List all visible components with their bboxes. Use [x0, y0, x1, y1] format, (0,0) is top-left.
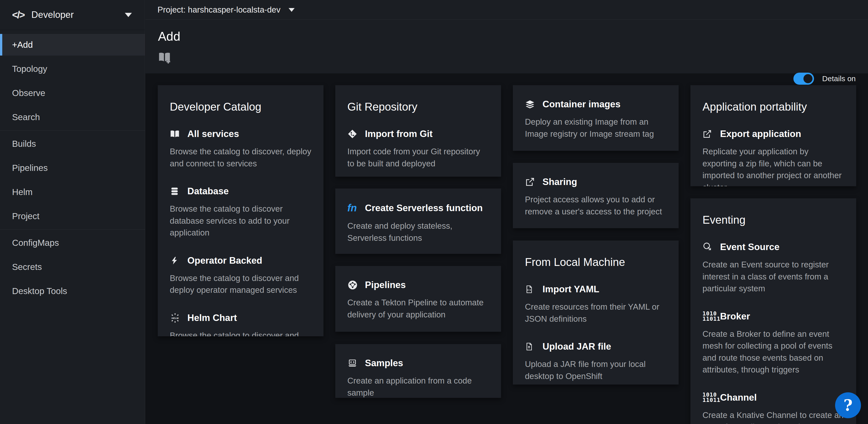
add-option-all-services[interactable]: All services Browse the catalog to disco…: [170, 129, 311, 169]
add-option-label: Event Source: [720, 242, 779, 252]
event-source-icon: [703, 242, 714, 252]
layers-icon: [525, 99, 536, 109]
card-pipelines: Pipelines Create a Tekton Pipeline to au…: [335, 266, 501, 332]
page-title: Add: [158, 29, 180, 44]
chevron-down-icon: [125, 13, 132, 17]
add-option-import-from-git[interactable]: Import from Git Import code from your Gi…: [347, 129, 489, 169]
add-option-broker[interactable]: 1010 11011 Broker Create a Broker to def…: [703, 311, 844, 376]
add-option-label: Broker: [720, 311, 750, 322]
book-icon: [170, 129, 181, 139]
add-option-label: Container images: [542, 99, 620, 110]
add-option-label: Import from Git: [365, 129, 433, 139]
add-option-sharing[interactable]: Sharing Project access allows you to add…: [525, 177, 666, 218]
add-option-description: Browse the catalog to discover and insta…: [170, 330, 311, 336]
sidebar-item-helm[interactable]: Helm: [0, 181, 145, 203]
import-yaml-icon: [525, 284, 536, 294]
sidebar-item-desktop-tools[interactable]: Desktop Tools: [0, 280, 145, 302]
bolt-icon: [170, 256, 181, 266]
details-toggle-switch[interactable]: [794, 73, 814, 85]
project-dropdown[interactable]: Project: harshcasper-localsta-dev: [157, 5, 294, 15]
sidebar-item-pipelines[interactable]: Pipelines: [0, 157, 145, 179]
add-option-container-images[interactable]: Container images Deploy an existing Imag…: [525, 99, 666, 140]
share-icon: [525, 177, 536, 187]
add-option-label: Import YAML: [542, 284, 599, 294]
card-title: Developer Catalog: [170, 101, 311, 113]
sidebar-item-add[interactable]: +Add: [0, 34, 145, 56]
add-option-label: Export application: [720, 129, 801, 139]
export-icon: [703, 129, 714, 139]
toggle-knob: [803, 74, 812, 83]
add-option-operator-backed[interactable]: Operator Backed Browse the catalog to di…: [170, 255, 311, 296]
add-option-label: Samples: [365, 358, 403, 368]
add-option-event-source[interactable]: Event Source Create an Event source to r…: [703, 242, 844, 294]
code-icon: </>: [12, 9, 24, 21]
add-option-pipelines[interactable]: Pipelines Create a Tekton Pipeline to au…: [347, 280, 489, 320]
sidebar-item-search[interactable]: Search: [0, 106, 145, 128]
add-option-channel[interactable]: 1010 11011 Channel Create a Knative Chan…: [703, 392, 844, 424]
add-option-label: Upload JAR file: [542, 341, 611, 352]
add-option-label: Pipelines: [365, 280, 406, 290]
card-title: From Local Machine: [525, 256, 666, 268]
sidebar: </> Developer +Add Topology Observe Sear…: [0, 0, 145, 424]
help-button[interactable]: ?: [835, 392, 861, 418]
git-icon: [347, 129, 359, 139]
pipelines-icon: [347, 280, 359, 290]
sidebar-item-secrets[interactable]: Secrets: [0, 256, 145, 278]
serverless-fn-icon: fn: [347, 202, 359, 214]
sidebar-item-topology[interactable]: Topology: [0, 58, 145, 80]
card-container-images: Container images Deploy an existing Imag…: [513, 85, 679, 151]
card-eventing: Eventing Event Source Create an Event so…: [690, 198, 856, 424]
card-git-repository: Git Repository Import from Git: [335, 85, 501, 177]
add-option-upload-jar-file[interactable]: Upload JAR file Upload a JAR file from y…: [525, 341, 666, 382]
card-samples: Samples Create an application from a cod…: [335, 344, 501, 398]
details-toggle-group: Details on: [794, 73, 856, 85]
samples-icon: [347, 358, 359, 368]
card-from-local-machine: From Local Machine Import YAML Create re…: [513, 241, 679, 385]
project-dropdown-label: Project: harshcasper-localsta-dev: [157, 5, 281, 15]
perspective-switcher[interactable]: </> Developer: [0, 0, 145, 30]
sidebar-item-observe[interactable]: Observe: [0, 82, 145, 104]
add-option-export-application[interactable]: Export application Replicate your applic…: [703, 129, 844, 186]
sidebar-item-project[interactable]: Project: [0, 205, 145, 227]
add-option-import-yaml[interactable]: Import YAML Create resources from their …: [525, 284, 666, 325]
openshift-console: </> Developer +Add Topology Observe Sear…: [0, 0, 868, 424]
add-option-label: Channel: [720, 392, 757, 403]
add-option-description: Browse the catalog to discover database …: [170, 203, 311, 239]
book-plus-icon: [158, 51, 172, 64]
nav-group-config: ConfigMaps Secrets Desktop Tools: [0, 229, 145, 302]
add-option-description: Browse the catalog to discover and deplo…: [170, 272, 311, 296]
upload-jar-icon: [525, 342, 536, 351]
sidebar-nav: +Add Topology Observe Search Builds Pipe…: [0, 30, 145, 304]
helm-icon: HELM: [170, 313, 181, 323]
chevron-down-icon: [288, 8, 294, 12]
add-option-description: Create a Tekton Pipeline to automate del…: [347, 296, 489, 320]
database-icon: [170, 186, 181, 196]
add-option-label: Create Serverless function: [365, 203, 483, 214]
add-option-description: Create an Event source to register inter…: [703, 259, 844, 294]
quick-starts-button[interactable]: [158, 51, 172, 64]
add-option-description: Create and deploy stateless, Serverless …: [347, 220, 489, 244]
details-toggle-label: Details on: [822, 75, 856, 83]
card-application-portability: Application portability Export applicati…: [690, 85, 856, 186]
context-bar: Project: harshcasper-localsta-dev: [146, 0, 868, 20]
add-option-database[interactable]: Database Browse the catalog to discover …: [170, 186, 311, 239]
add-option-description: Browse the catalog to discover, deploy a…: [170, 145, 311, 169]
card-developer-catalog: Developer Catalog All services Browse th…: [158, 85, 323, 336]
nav-group-main: +Add Topology Observe Search: [0, 34, 145, 128]
add-option-label: Helm Chart: [187, 313, 237, 323]
add-option-create-serverless-function[interactable]: fn Create Serverless function Create and…: [347, 202, 489, 244]
add-option-samples[interactable]: Samples Create an application from a cod…: [347, 358, 489, 398]
page-header: Add Details on: [146, 20, 868, 74]
add-option-description: Import code from your Git repository to …: [347, 145, 489, 169]
add-option-helm-chart[interactable]: HELM Helm Chart Browse the catalog to di…: [170, 313, 311, 336]
card-serverless-function: fn Create Serverless function Create and…: [335, 189, 501, 254]
card-title: Eventing: [703, 214, 844, 226]
perspective-label: Developer: [31, 9, 74, 20]
add-option-description: Upload a JAR file from your local deskto…: [525, 358, 666, 382]
question-mark-icon: ?: [843, 396, 852, 415]
sidebar-item-builds[interactable]: Builds: [0, 133, 145, 154]
add-option-description: Create a Broker to define an event mesh …: [703, 328, 844, 376]
card-title: Git Repository: [347, 101, 489, 113]
add-option-label: Database: [187, 186, 229, 197]
sidebar-item-configmaps[interactable]: ConfigMaps: [0, 232, 145, 254]
